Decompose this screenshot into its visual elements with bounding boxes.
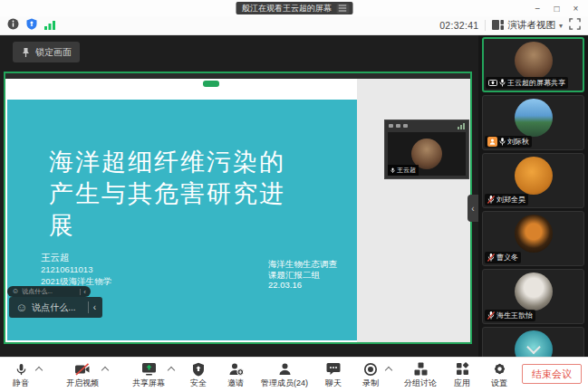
mute-button[interactable]: 静音 bbox=[9, 361, 33, 389]
participant-tile[interactable]: 曹义冬 bbox=[482, 211, 584, 266]
avatar bbox=[515, 157, 553, 195]
signal-icon bbox=[458, 123, 465, 129]
host-badge-icon bbox=[487, 137, 497, 147]
fullscreen-icon[interactable] bbox=[569, 17, 581, 33]
close-button[interactable]: × bbox=[566, 0, 585, 16]
avatar bbox=[515, 42, 553, 80]
record-button[interactable]: 录制 bbox=[359, 361, 382, 389]
network-signal-icon[interactable] bbox=[44, 17, 55, 33]
settings-button[interactable]: 设置 bbox=[487, 361, 511, 389]
camera-off-icon bbox=[74, 361, 91, 377]
captured-nameplate: 王云超 bbox=[388, 165, 419, 176]
slide-author-block: 王云超 21210611013 2021级海洋生物学 bbox=[41, 252, 111, 287]
window-titlebar: 般江在观看王云超的屏幕 − □ × bbox=[0, 0, 588, 16]
mic-icon bbox=[389, 124, 393, 128]
participant-sidebar: 王云超的屏幕共享 刘际秋 刘郑全昊 bbox=[478, 35, 588, 358]
minimize-button[interactable]: − bbox=[528, 0, 547, 16]
camera-icon bbox=[396, 124, 400, 128]
chat-placeholder: 说点什么... bbox=[32, 301, 75, 314]
toolbar-label: 共享屏幕 bbox=[132, 378, 165, 389]
mic-muted-icon bbox=[487, 311, 495, 320]
avatar bbox=[515, 272, 553, 311]
maximize-button[interactable]: □ bbox=[547, 0, 566, 16]
smiley-icon: ☺ bbox=[12, 288, 19, 295]
share-screen-button[interactable]: 共享屏幕 bbox=[132, 361, 165, 389]
smiley-icon[interactable]: ☺ bbox=[15, 301, 27, 313]
shared-slide-canvas: 海洋超细纤维污染的产生与其危害研究进展 王云超 21210611013 2021… bbox=[5, 79, 470, 342]
course-line: 课题汇报二组 bbox=[268, 270, 337, 281]
banner-menu-icon[interactable] bbox=[336, 4, 349, 14]
chevron-left-icon: ‹ bbox=[471, 204, 474, 214]
main-stage: 锁定画面 海洋超细纤维污染的产生与其危害研究进展 王云超 21210611013… bbox=[0, 35, 588, 358]
divider bbox=[80, 289, 81, 295]
toolbar-label: 应用 bbox=[454, 378, 470, 389]
toolbar-label: 安全 bbox=[190, 378, 207, 389]
chevron-up-icon[interactable] bbox=[385, 367, 392, 374]
quick-chat-input[interactable]: ☺ 说点什么... ‹ bbox=[9, 297, 102, 318]
collapse-chat-icon[interactable]: ‹ bbox=[93, 302, 96, 312]
gear-icon bbox=[493, 361, 506, 377]
toolbar-label: 分组讨论 bbox=[404, 378, 437, 389]
share-icon bbox=[403, 124, 408, 128]
toolbar-label: 录制 bbox=[362, 378, 379, 389]
manage-members-button[interactable]: 管理成员(24) bbox=[261, 361, 308, 389]
chat-placeholder: 说点什么... bbox=[22, 287, 53, 296]
breakout-rooms-button[interactable]: 分组讨论 bbox=[404, 361, 437, 389]
avatar bbox=[515, 215, 553, 253]
toolbar-label: 静音 bbox=[13, 378, 29, 389]
participant-tile[interactable]: 刘际秋 bbox=[482, 95, 584, 150]
toolbar-label: 邀请 bbox=[227, 378, 244, 389]
participant-tile-screenshare[interactable]: 王云超的屏幕共享 bbox=[482, 37, 584, 92]
view-mode-switcher[interactable]: 演讲者视图 ▾ bbox=[492, 19, 563, 32]
end-meeting-button[interactable]: 结束会议 bbox=[522, 364, 582, 384]
pushpin-icon bbox=[21, 47, 31, 58]
sidebar-collapse-handle[interactable]: ‹ bbox=[468, 195, 478, 222]
slide-title: 海洋超细纤维污染的产生与其危害研究进展 bbox=[49, 147, 301, 242]
participant-tile[interactable]: 刘郑全昊 bbox=[482, 153, 584, 208]
pin-view-label: 锁定画面 bbox=[35, 46, 72, 59]
watching-banner-text: 般江在观看王云超的屏幕 bbox=[242, 3, 332, 14]
toolbar-label: 聊天 bbox=[325, 378, 342, 389]
apps-button[interactable]: 应用 bbox=[450, 361, 474, 389]
divider bbox=[485, 20, 486, 31]
participant-nameplate: 海生王歆怡 bbox=[485, 310, 535, 321]
participant-tile-partial[interactable] bbox=[482, 327, 584, 358]
captured-window-toolbar bbox=[385, 120, 468, 131]
invite-button[interactable]: 邀请 bbox=[224, 361, 247, 389]
mic-icon bbox=[14, 361, 28, 377]
breakout-blocks-icon bbox=[414, 361, 428, 377]
slide-right-margin bbox=[357, 79, 470, 342]
chevron-up-icon[interactable] bbox=[101, 367, 109, 374]
course-line: 22.03.16 bbox=[268, 280, 337, 291]
security-button[interactable]: 安全 bbox=[187, 361, 210, 389]
slide-course-block: 海洋生物生态调查 课题汇报二组 22.03.16 bbox=[268, 259, 337, 291]
toolbar-label: 管理成员(24) bbox=[261, 378, 308, 389]
chat-button[interactable]: 聊天 bbox=[322, 361, 345, 389]
members-icon bbox=[278, 361, 292, 377]
toolbar-label: 开启视频 bbox=[66, 378, 99, 389]
apps-blocks-icon bbox=[456, 361, 469, 377]
captured-chat-pill: ☺ 说点什么... ‹ bbox=[7, 286, 91, 297]
layout-view-icon bbox=[492, 20, 504, 32]
student-id: 21210611013 bbox=[41, 263, 111, 275]
meeting-info-icon[interactable] bbox=[7, 17, 19, 33]
watching-banner: 般江在观看王云超的屏幕 bbox=[236, 2, 352, 14]
avatar bbox=[515, 99, 553, 137]
start-video-button[interactable]: 开启视频 bbox=[66, 361, 99, 389]
captured-name: 王云超 bbox=[397, 166, 416, 175]
share-screen-icon bbox=[141, 361, 157, 377]
participant-nameplate: 刘际秋 bbox=[485, 136, 532, 148]
chevron-up-icon[interactable] bbox=[35, 367, 43, 374]
meeting-timer: 02:32:41 bbox=[439, 20, 478, 31]
mic-muted-icon bbox=[487, 253, 495, 262]
invite-person-icon bbox=[228, 361, 244, 377]
security-shield-icon[interactable] bbox=[26, 17, 37, 33]
pin-view-button[interactable]: 锁定画面 bbox=[13, 42, 80, 62]
chevron-up-icon[interactable] bbox=[168, 367, 175, 374]
shared-screen-region: 海洋超细纤维污染的产生与其危害研究进展 王云超 21210611013 2021… bbox=[4, 72, 472, 344]
participant-name: 刘际秋 bbox=[507, 137, 529, 147]
participant-tile[interactable]: 海生王歆怡 bbox=[482, 269, 584, 324]
mic-on-icon bbox=[499, 79, 506, 87]
participant-nameplate: 刘郑全昊 bbox=[485, 194, 528, 206]
presenter-name: 王云超 bbox=[41, 252, 111, 263]
